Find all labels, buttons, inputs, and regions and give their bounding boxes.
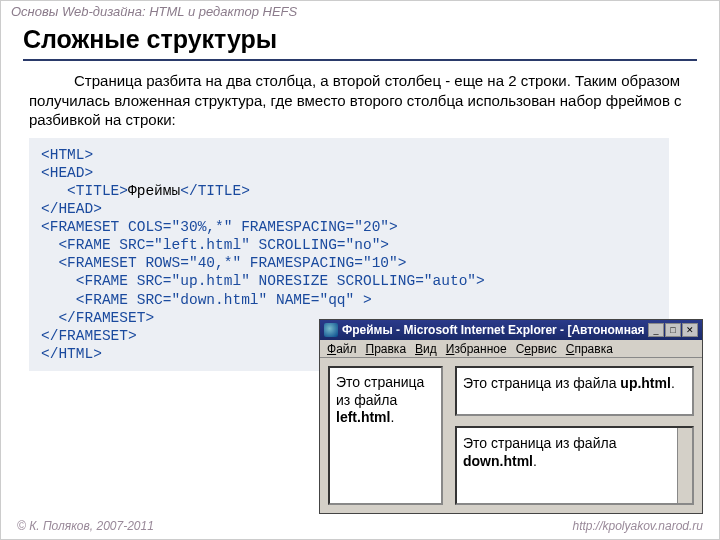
- maximize-button[interactable]: □: [665, 323, 681, 337]
- menu-help[interactable]: Справка: [563, 342, 616, 356]
- copyright: © К. Поляков, 2007-2011: [17, 519, 154, 533]
- frame-up: Это страница из файла up.html.: [455, 366, 694, 416]
- window-title-text: Фреймы - Microsoft Internet Explorer - […: [342, 323, 644, 337]
- frame-right-column: Это страница из файла up.html. Это стран…: [455, 366, 694, 505]
- ie-icon: [324, 323, 338, 337]
- frame-down: Это страница из файла down.html.: [455, 426, 694, 505]
- page-title: Сложные структуры: [23, 22, 697, 59]
- body-paragraph: Страница разбита на два столбца, а второ…: [1, 71, 719, 138]
- menu-edit[interactable]: Правка: [363, 342, 410, 356]
- minimize-button[interactable]: _: [648, 323, 664, 337]
- browser-mockup: Фреймы - Microsoft Internet Explorer - […: [319, 319, 703, 514]
- menu-tools[interactable]: Сервис: [513, 342, 560, 356]
- menu-bar: Файл Правка Вид Избранное Сервис Справка: [320, 340, 702, 358]
- slide: Основы Web-дизайна: HTML и редактор HEFS…: [0, 0, 720, 540]
- window-titlebar: Фреймы - Microsoft Internet Explorer - […: [320, 320, 702, 340]
- menu-file[interactable]: Файл: [324, 342, 360, 356]
- close-button[interactable]: ✕: [682, 323, 698, 337]
- footer-url: http://kpolyakov.narod.ru: [572, 519, 703, 533]
- footer: © К. Поляков, 2007-2011 http://kpolyakov…: [1, 519, 719, 533]
- frameset-area: Это страница из файла left.html. Это стр…: [320, 358, 702, 513]
- header-breadcrumb: Основы Web-дизайна: HTML и редактор HEFS: [1, 1, 719, 22]
- menu-view[interactable]: Вид: [412, 342, 440, 356]
- title-divider: [23, 59, 697, 61]
- frame-left: Это страница из файла left.html.: [328, 366, 443, 505]
- menu-favorites[interactable]: Избранное: [443, 342, 510, 356]
